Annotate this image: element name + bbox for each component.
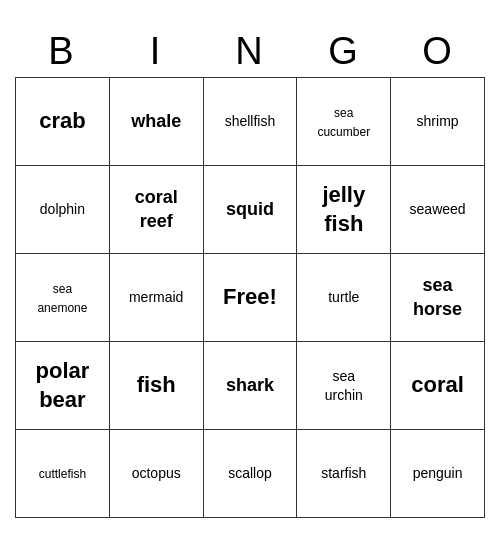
cell-text: starfish bbox=[321, 465, 366, 481]
cell-2-4: seahorse bbox=[391, 254, 485, 342]
cell-text: mermaid bbox=[129, 289, 183, 305]
cell-text: squid bbox=[226, 199, 274, 219]
cell-3-3: seaurchin bbox=[297, 342, 391, 430]
cell-4-2: scallop bbox=[203, 430, 297, 518]
header-b: B bbox=[15, 26, 109, 77]
free-space-text: Free! bbox=[223, 284, 277, 309]
bingo-header: B I N G O bbox=[15, 26, 485, 77]
cell-0-3: seacucumber bbox=[297, 78, 391, 166]
cell-4-0: cuttlefish bbox=[16, 430, 110, 518]
cell-2-1: mermaid bbox=[109, 254, 203, 342]
cell-4-1: octopus bbox=[109, 430, 203, 518]
bingo-grid: crab whale shellfish seacucumber shrimp bbox=[15, 77, 485, 518]
cell-1-2: squid bbox=[203, 166, 297, 254]
cell-text: coralreef bbox=[135, 187, 178, 230]
cell-text: penguin bbox=[413, 465, 463, 481]
table-row: crab whale shellfish seacucumber shrimp bbox=[16, 78, 485, 166]
cell-text: seaweed bbox=[410, 201, 466, 217]
cell-3-2: shark bbox=[203, 342, 297, 430]
cell-0-2: shellfish bbox=[203, 78, 297, 166]
cell-text: dolphin bbox=[40, 201, 85, 217]
cell-text: cuttlefish bbox=[39, 467, 86, 481]
cell-text: polarbear bbox=[36, 358, 90, 412]
cell-text: scallop bbox=[228, 465, 272, 481]
cell-2-3: turtle bbox=[297, 254, 391, 342]
header-i: I bbox=[109, 26, 203, 77]
header-n: N bbox=[203, 26, 297, 77]
cell-text: coral bbox=[411, 372, 464, 397]
cell-text: seaurchin bbox=[325, 368, 363, 402]
cell-text: shark bbox=[226, 375, 274, 395]
cell-2-2: Free! bbox=[203, 254, 297, 342]
cell-text: seahorse bbox=[413, 275, 462, 318]
cell-1-0: dolphin bbox=[16, 166, 110, 254]
cell-3-0: polarbear bbox=[16, 342, 110, 430]
bingo-card-container: B I N G O crab whale shellfish seacucumb… bbox=[15, 26, 485, 518]
cell-1-3: jellyfish bbox=[297, 166, 391, 254]
cell-4-3: starfish bbox=[297, 430, 391, 518]
cell-2-0: seaanemone bbox=[16, 254, 110, 342]
cell-text: jellyfish bbox=[322, 182, 365, 236]
table-row: seaanemone mermaid Free! turtle seahorse bbox=[16, 254, 485, 342]
cell-1-1: coralreef bbox=[109, 166, 203, 254]
table-row: cuttlefish octopus scallop starfish peng… bbox=[16, 430, 485, 518]
cell-text: turtle bbox=[328, 289, 359, 305]
header-g: G bbox=[297, 26, 391, 77]
table-row: dolphin coralreef squid jellyfish seawee… bbox=[16, 166, 485, 254]
cell-0-4: shrimp bbox=[391, 78, 485, 166]
cell-3-1: fish bbox=[109, 342, 203, 430]
cell-text: octopus bbox=[132, 465, 181, 481]
cell-text: seacucumber bbox=[317, 106, 370, 139]
header-o: O bbox=[391, 26, 485, 77]
cell-1-4: seaweed bbox=[391, 166, 485, 254]
cell-0-1: whale bbox=[109, 78, 203, 166]
cell-text: shellfish bbox=[225, 113, 276, 129]
cell-0-0: crab bbox=[16, 78, 110, 166]
table-row: polarbear fish shark seaurchin coral bbox=[16, 342, 485, 430]
cell-text: seaanemone bbox=[37, 282, 87, 315]
cell-4-4: penguin bbox=[391, 430, 485, 518]
cell-text: fish bbox=[137, 372, 176, 397]
cell-text: crab bbox=[39, 108, 85, 133]
cell-text: whale bbox=[131, 111, 181, 131]
cell-3-4: coral bbox=[391, 342, 485, 430]
cell-text: shrimp bbox=[417, 113, 459, 129]
